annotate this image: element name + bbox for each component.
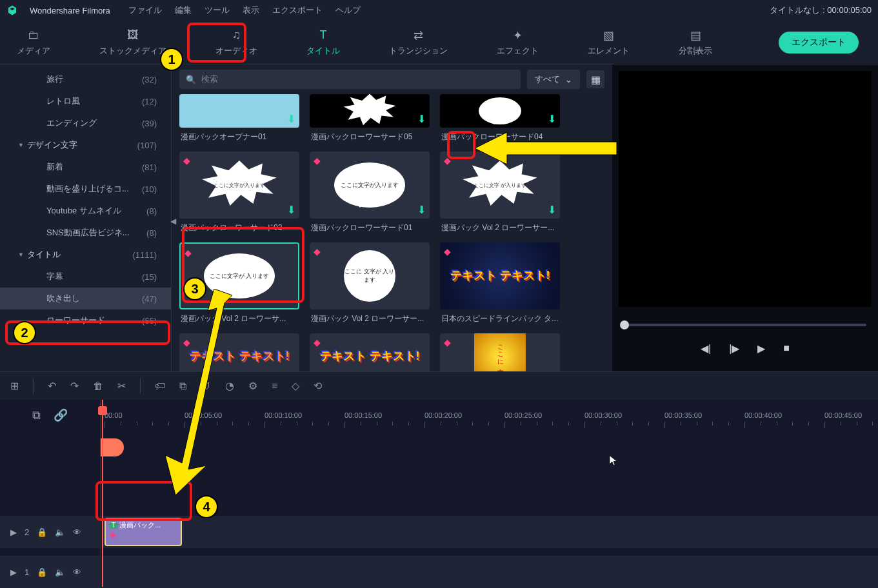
transition-icon: ⇄ (412, 28, 426, 43)
app-name: Wondershare Filmora (30, 6, 110, 15)
folder-icon: 🗀 (26, 28, 41, 43)
export-button[interactable]: エクスポート (779, 32, 859, 54)
sidebar-item-new[interactable]: 新着(81) (0, 156, 171, 178)
menu-file[interactable]: ファイル (128, 5, 162, 16)
mute-icon[interactable]: 🔈 (55, 567, 65, 577)
panel-layout-icon[interactable]: ⊞ (10, 380, 19, 392)
playhead[interactable] (102, 400, 103, 587)
grid-item[interactable]: ◆テキスト テキスト!日本のスピードラインパック タ... (440, 242, 560, 328)
project-title: タイトルなし : 00:00:05:00 (770, 5, 872, 16)
gem-icon: ◆ (185, 248, 192, 258)
grid-item[interactable]: ◆テキスト テキスト! (310, 333, 430, 371)
tab-elements[interactable]: ▧エレメント (583, 26, 635, 59)
tab-split[interactable]: ▤分割表示 (673, 26, 717, 59)
ruler-label: 00:00:25:00 (504, 411, 542, 419)
visibility-icon[interactable]: 👁 (73, 527, 81, 537)
sidebar-item-retro[interactable]: レトロ風(12) (0, 90, 171, 112)
menu-bar: ファイル 編集 ツール 表示 エクスポート ヘルプ (128, 5, 361, 16)
track-row-1[interactable]: ▶1 🔒 🔈 👁 (0, 556, 878, 588)
ruler-label: 00:00:40:00 (744, 411, 782, 419)
undo-button[interactable]: ↶ (48, 380, 56, 392)
gem-icon: ◆ (314, 337, 321, 348)
ruler-label: 00:00:15:00 (344, 411, 382, 419)
download-icon: ⬇ (417, 113, 426, 125)
adjust-icon[interactable]: ⚙ (248, 380, 257, 392)
grid-item[interactable]: ⬇漫画パックオープナー01 (179, 94, 299, 146)
stop-button[interactable]: ■ (783, 342, 790, 355)
ruler-label: 00:00:10:00 (264, 411, 302, 419)
timeline-clip[interactable]: T 漫画パック... ◆ (105, 518, 182, 546)
cut-button[interactable]: ✂ (117, 380, 126, 392)
text-icon: T (316, 28, 330, 43)
sidebar-item-youtube[interactable]: Youtube サムネイル(8) (0, 200, 171, 222)
search-placeholder: 検索 (201, 74, 218, 85)
link-icon[interactable]: 🔗 (54, 408, 68, 422)
download-icon: ⬇ (548, 204, 556, 216)
delete-button[interactable]: 🗑 (93, 380, 103, 392)
gem-icon: ◆ (444, 337, 451, 348)
text-clip-icon: T (110, 522, 117, 529)
mute-icon[interactable]: 🔈 (55, 527, 65, 537)
ruler-label: 00:00 (105, 411, 123, 419)
prev-frame-button[interactable]: ◀| (701, 342, 711, 355)
menu-tools[interactable]: ツール (205, 5, 230, 16)
annotation-number-2: 2 (13, 321, 36, 344)
download-icon: ⬇ (548, 113, 556, 125)
menu-edit[interactable]: 編集 (175, 5, 192, 16)
clip-edge[interactable] (101, 438, 124, 456)
filter-dropdown[interactable]: すべて⌄ (527, 70, 580, 89)
grid-item[interactable]: ◆ここに 文字 を入力 (440, 333, 560, 371)
tab-titles[interactable]: Tタイトル (301, 26, 345, 59)
play-button[interactable]: ▶ (757, 342, 765, 355)
tab-audio[interactable]: ♫オーディオ (210, 26, 263, 59)
svg-marker-0 (475, 132, 617, 164)
mouse-cursor-icon (608, 455, 619, 466)
add-track-icon[interactable]: ⧉ (32, 409, 41, 422)
lock-icon[interactable]: 🔒 (37, 567, 47, 577)
menu-help[interactable]: ヘルプ (335, 5, 361, 16)
search-input[interactable]: 🔍 検索 (179, 70, 521, 89)
sidebar-item-ending[interactable]: エンディング(39) (0, 112, 171, 134)
grid-item[interactable]: ◆ここに文字が入ります⬇漫画パックローワーサード01 (310, 152, 430, 237)
redo-button[interactable]: ↷ (70, 380, 79, 392)
tab-stock[interactable]: 🖼ストックメディア (94, 26, 172, 59)
tab-transitions[interactable]: ⇄トランジション (384, 26, 453, 59)
music-icon: ♫ (230, 28, 244, 43)
image-icon: 🖼 (126, 28, 140, 43)
lock-icon[interactable]: 🔒 (37, 527, 47, 537)
annotation-arrow-left (475, 129, 617, 168)
motion-icon[interactable]: ⟲ (314, 380, 322, 392)
keyframe-icon[interactable]: ◇ (292, 380, 299, 392)
sidebar-group-titles[interactable]: タイトル(1111) (0, 244, 171, 266)
tab-effects[interactable]: ✦エフェクト (492, 26, 544, 59)
collapse-handle-icon[interactable]: ◀ (170, 217, 176, 226)
download-icon: ⬇ (287, 204, 295, 216)
sparkle-icon: ✦ (511, 28, 525, 43)
grid-icon: ▦ (591, 74, 601, 86)
menu-export[interactable]: エクスポート (272, 5, 323, 16)
visibility-icon[interactable]: 👁 (73, 567, 81, 577)
next-frame-button[interactable]: |▶ (729, 342, 739, 355)
title-bar: Wondershare Filmora ファイル 編集 ツール 表示 エクスポー… (0, 0, 878, 21)
video-track-icon: ▶ (10, 527, 17, 537)
sidebar-group-design[interactable]: デザイン文字(107) (0, 134, 171, 156)
sidebar-item-exciteup[interactable]: 動画を盛り上げるコ...(10) (0, 178, 171, 200)
track-row-2[interactable]: ▶2 🔒 🔈 👁 T 漫画パック... ◆ (0, 516, 878, 548)
sidebar-item-travel[interactable]: 旅行(32) (0, 68, 171, 90)
sidebar-item-subtitles[interactable]: 字幕(15) (0, 266, 171, 288)
annotation-number-1: 1 (160, 48, 183, 71)
audio-icon[interactable]: ≡ (272, 380, 277, 392)
grid-item[interactable]: ⬇漫画パックローワーサード05 (310, 94, 430, 146)
grid-item[interactable]: ◆ここに 文字が 入ります漫画パック Vol 2 ローワーサー... (310, 242, 430, 328)
grid-item[interactable]: ◆ここに文字が入ります⬇漫画パックローワーサード02 (179, 152, 299, 237)
sidebar-item-speechbubble[interactable]: 吹き出し(47) (0, 288, 171, 309)
sidebar-item-sns[interactable]: SNS動画広告ビジネ...(8) (0, 222, 171, 244)
preview-scrubber[interactable] (624, 324, 866, 326)
menu-view[interactable]: 表示 (243, 5, 259, 16)
grid-view-button[interactable]: ▦ (586, 70, 604, 88)
preview-canvas[interactable] (619, 71, 872, 307)
svg-marker-1 (165, 289, 232, 495)
split-icon: ▤ (688, 28, 703, 43)
tab-media[interactable]: 🗀メディア (12, 26, 55, 59)
timeline[interactable]: ⧉ 🔗 00:0000:00:05:0000:00:10:0000:00:15:… (0, 400, 878, 587)
